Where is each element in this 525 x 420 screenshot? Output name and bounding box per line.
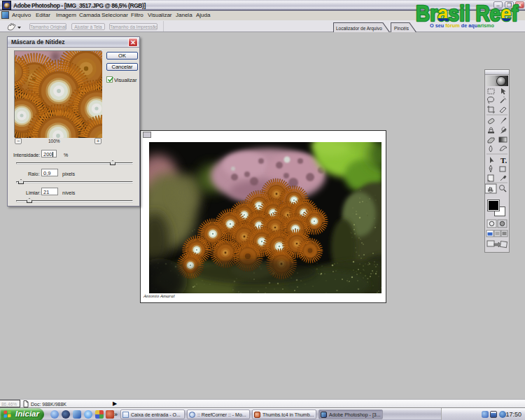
svg-text:T.: T. xyxy=(500,156,507,164)
